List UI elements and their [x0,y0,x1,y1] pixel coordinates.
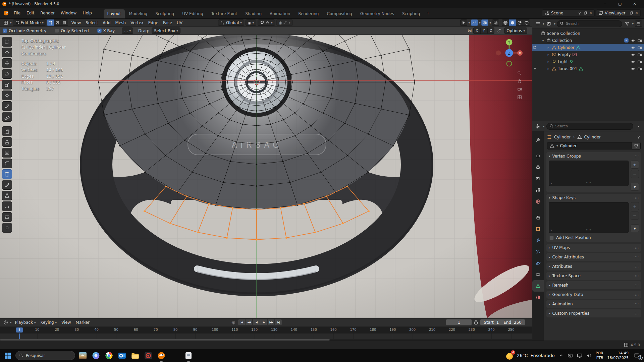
remove-item-button[interactable]: − [631,170,639,178]
stopwatch-icon[interactable] [474,320,478,325]
disable-render-icon[interactable] [637,66,642,71]
tool-knife[interactable] [2,180,12,190]
datablock-name-field[interactable]: ▾Cylinder [547,142,641,149]
timeline-scrollbar[interactable] [0,339,532,341]
snap-base-icon[interactable] [496,27,503,34]
notification-center[interactable]: 2 [633,352,641,359]
network-icon[interactable] [577,353,582,358]
workspace-tab-uv-editing[interactable]: UV Editing [178,9,207,18]
taskbar-app-outlook[interactable] [118,351,126,360]
pin-icon[interactable] [637,135,641,139]
add-workspace-button[interactable]: + [424,9,432,17]
current-frame-field[interactable]: 1 [446,319,472,325]
ortho-grid-icon[interactable] [517,95,522,100]
xray-toggle-icon[interactable] [492,19,499,26]
outliner-item-torus-001[interactable]: ▸Torus.001 [532,65,644,72]
camera-view-icon[interactable] [517,87,522,92]
zoom-icon[interactable] [517,71,522,75]
add-item-button[interactable]: + [631,161,639,169]
xray-checkbox[interactable]: ✓X-Ray [97,28,115,33]
options-dropdown[interactable]: Options▾ [504,27,527,34]
select-mode-face[interactable] [61,19,68,26]
frame-range[interactable]: Start1 End250 [480,319,525,325]
shading-rendered[interactable] [523,19,530,26]
viewport-menu-uv[interactable]: UV [174,20,185,26]
outliner-item-light[interactable]: ▸Light [532,58,644,65]
editor-type-icon[interactable] [2,19,9,26]
playback-prev-key[interactable]: ◀◀ [245,319,253,325]
playhead[interactable] [19,334,20,340]
menu-file[interactable]: File [11,9,23,17]
properties-tab-scene[interactable] [532,184,544,196]
gizmos-toggle-icon[interactable] [471,19,478,26]
shading-material[interactable] [516,19,523,26]
select-mode-vertex[interactable] [47,19,54,26]
timeline-menu-marker[interactable]: Marker [73,319,92,325]
viewport-menu-add[interactable]: Add [100,20,113,26]
tool-rotate[interactable] [2,69,12,79]
properties-search[interactable] [546,123,633,130]
workspace-tab-layout[interactable]: Layout [104,9,125,18]
pivot-point[interactable]: ◉▾ [246,19,256,26]
viewport-menu-face[interactable]: Face [161,20,174,26]
clock[interactable]: 14:49 18/07/2025 [607,351,629,360]
viewport-menu-mesh[interactable]: Mesh [113,20,128,26]
taskbar-app-copilot[interactable] [92,351,100,360]
playback-play[interactable]: ▶ [260,319,267,325]
playback-next-key[interactable]: ▶▶ [267,319,275,325]
outliner-search[interactable] [557,20,622,27]
show-hide-icon[interactable] [460,19,467,26]
outliner-filter-icon[interactable] [546,20,553,27]
navigation-gizmo[interactable]: Y X Z [494,38,525,68]
delete-icon[interactable]: ✕ [589,11,592,15]
tool-bevel[interactable] [2,159,12,168]
minimize-button[interactable]: ─ [598,0,612,8]
outliner-item-cylinder[interactable]: ▸Cylinder [532,44,644,51]
volume-icon[interactable] [586,353,592,358]
properties-tab-particles[interactable] [532,246,544,257]
3d-viewport[interactable]: AIRBAG Top Orthographic (1) Cylinder | C… [0,35,532,318]
mirror-axis-x[interactable]: X [473,27,480,34]
properties-tab-physics[interactable] [532,257,544,269]
mirror-axis-z[interactable]: Z [487,27,494,34]
hide-eye-icon[interactable] [631,52,635,57]
playback-jump-start[interactable]: |◀ [238,319,245,325]
new-collection-button[interactable] [635,20,642,27]
menu-help[interactable]: Help [79,9,95,17]
properties-tab-object[interactable] [532,223,544,235]
tool-move[interactable] [2,58,12,68]
expand-arrow[interactable]: ▸ [546,46,550,49]
fake-user-button[interactable] [632,142,641,149]
timeline-menu-view[interactable]: View [59,319,73,325]
tool-scale[interactable] [2,80,12,89]
hide-eye-icon[interactable] [631,66,635,71]
disable-render-icon[interactable] [637,45,642,50]
drag-mode-dropdown[interactable]: Select Box▾ [152,27,180,34]
shading-solid[interactable] [509,19,516,26]
properties-tab-constraints[interactable] [532,269,544,280]
properties-tab-output[interactable] [532,162,544,173]
viewport-scene[interactable]: AIRBAG [0,35,532,318]
properties-tab-view-layer[interactable] [532,173,544,184]
expand-arrow[interactable]: ▸ [546,53,550,56]
section-header-geometry-data[interactable]: ▸Geometry Data:::: [549,292,639,297]
workspace-tab-texture-paint[interactable]: Texture Paint [208,9,241,18]
properties-tab-collection[interactable] [532,212,544,223]
workspace-tab-sculpting[interactable]: Sculpting [152,9,178,18]
weather-widget[interactable]: 4 26°C Ensolarado [506,352,554,360]
tool-transform[interactable] [2,90,12,100]
taskbar-app-chrome[interactable] [105,351,113,360]
language-switcher[interactable]: PORPTB [596,351,603,360]
expand-arrow[interactable]: ▸ [546,67,550,70]
section-header-color-attributes[interactable]: ▸Color Attributes:::: [549,255,639,259]
mode-selector[interactable]: Edit Mode ▾ [13,19,46,26]
timeline-ruler[interactable]: 1020304050607080901001101201301401501601… [0,327,532,334]
autokey-toggle[interactable]: ◉ [231,320,235,325]
properties-tab-render[interactable] [532,150,544,162]
taskbar-app-file-explorer[interactable] [131,351,140,360]
tool-shrink-fatten[interactable] [2,223,12,233]
properties-search-input[interactable] [555,124,630,128]
hide-eye-icon[interactable] [631,45,635,50]
shading-wireframe[interactable] [502,19,509,26]
cast-icon[interactable] [568,353,573,358]
